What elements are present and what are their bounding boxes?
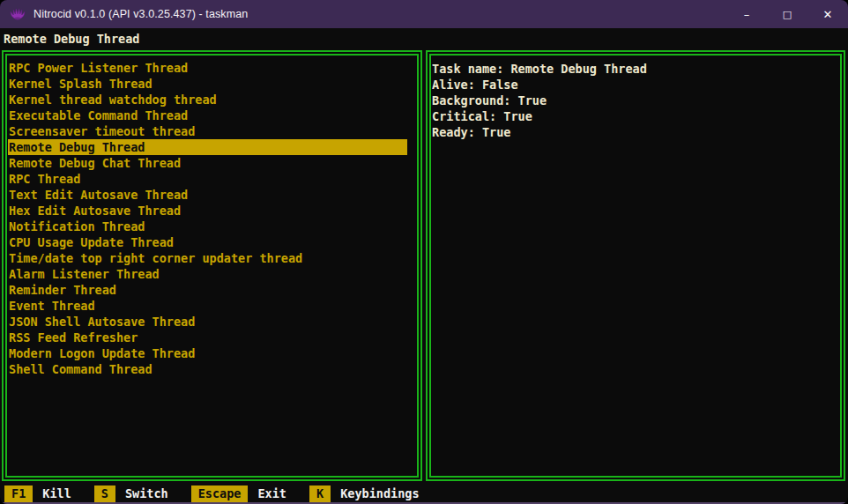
task-detail-line: Alive: False <box>432 77 840 93</box>
task-list[interactable]: RPC Power Listener ThreadKernel Splash T… <box>7 56 417 377</box>
window-title: Nitrocid v0.1.0 (API v3.0.25.437) - task… <box>33 8 248 20</box>
key-action-label: Kill <box>42 485 71 502</box>
nitrocid-logo-icon <box>10 8 26 20</box>
task-list-item[interactable]: Event Thread <box>8 298 417 314</box>
selected-task-header: Remote Debug Thread <box>4 29 139 48</box>
task-list-item[interactable]: RPC Thread <box>8 171 417 187</box>
titlebar: Nitrocid v0.1.0 (API v3.0.25.437) - task… <box>0 0 848 28</box>
task-detail-line: Ready: True <box>432 124 840 140</box>
task-list-item[interactable]: Kernel thread watchdog thread <box>8 92 417 107</box>
statusbar-item-switch[interactable]: SSwitch <box>94 485 168 502</box>
task-list-item[interactable]: Time/date top right corner updater threa… <box>8 250 417 266</box>
close-button[interactable]: ✕ <box>807 0 848 28</box>
task-details: Task name: Remote Debug ThreadAlive: Fal… <box>431 56 840 140</box>
task-list-item[interactable]: RPC Power Listener Thread <box>8 60 417 76</box>
key-action-label: Switch <box>125 485 168 502</box>
task-list-item[interactable]: JSON Shell Autosave Thread <box>8 314 417 330</box>
task-list-item[interactable]: Notification Thread <box>8 219 417 234</box>
task-list-item[interactable]: CPU Usage Update Thread <box>8 234 417 250</box>
statusbar-item-exit[interactable]: EscapeExit <box>191 485 286 502</box>
app-window: Nitrocid v0.1.0 (API v3.0.25.437) - task… <box>0 0 848 504</box>
minimize-button[interactable]: – <box>726 0 767 28</box>
statusbar-item-keybindings[interactable]: KKeybindings <box>309 485 420 502</box>
task-detail-line: Task name: Remote Debug Thread <box>432 61 840 77</box>
maximize-button[interactable]: □ <box>767 0 807 28</box>
task-list-item[interactable]: Hex Edit Autosave Thread <box>8 203 417 219</box>
window-controls: – □ ✕ <box>726 0 848 28</box>
key-badge[interactable]: Escape <box>191 485 249 502</box>
task-list-item[interactable]: Kernel Splash Thread <box>8 76 417 92</box>
task-list-item[interactable]: Reminder Thread <box>8 282 417 298</box>
task-list-item[interactable]: Shell Command Thread <box>8 361 417 377</box>
task-list-panel: RPC Power Listener ThreadKernel Splash T… <box>2 50 422 481</box>
key-badge[interactable]: S <box>94 485 115 502</box>
task-details-panel: Task name: Remote Debug ThreadAlive: Fal… <box>426 50 845 481</box>
task-list-item[interactable]: RSS Feed Refresher <box>8 330 417 345</box>
task-list-item[interactable]: Remote Debug Chat Thread <box>8 155 417 171</box>
task-list-item[interactable]: Modern Logon Update Thread <box>8 345 417 361</box>
task-list-item[interactable]: Executable Command Thread <box>8 107 417 123</box>
statusbar: F1KillSSwitchEscapeExitKKeybindings <box>4 485 848 502</box>
key-action-label: Keybindings <box>340 485 419 502</box>
task-list-item[interactable]: Remote Debug Thread <box>8 139 407 155</box>
key-badge[interactable]: F1 <box>4 485 33 502</box>
task-detail-line: Background: True <box>432 93 840 108</box>
task-list-item[interactable]: Alarm Listener Thread <box>8 266 417 282</box>
task-list-item[interactable]: Text Edit Autosave Thread <box>8 187 417 203</box>
statusbar-item-kill[interactable]: F1Kill <box>4 485 71 502</box>
task-detail-line: Critical: True <box>432 108 840 124</box>
key-action-label: Exit <box>257 485 286 502</box>
task-list-item[interactable]: Screensaver timeout thread <box>8 123 417 139</box>
key-badge[interactable]: K <box>309 485 331 502</box>
